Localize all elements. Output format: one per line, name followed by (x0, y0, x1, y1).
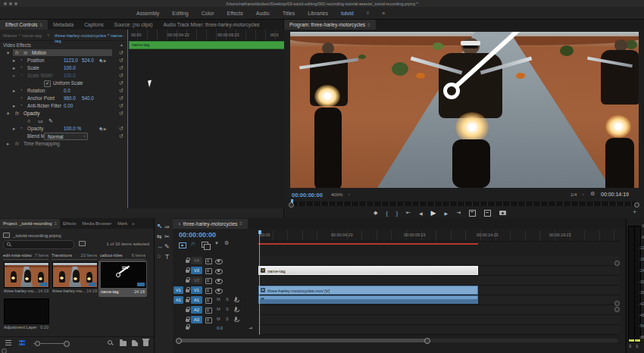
track-output-eye-icon[interactable] (215, 259, 223, 264)
disclosure-icon[interactable]: ▾ (7, 111, 9, 116)
track-target-v1[interactable]: V1 (191, 286, 202, 294)
tab-project[interactable]: Project: _tutvid-recording ≡ (0, 219, 60, 229)
solo-right-button[interactable]: S (636, 344, 638, 348)
clip-video[interactable]: fx three-harley-motorcycles.mov [V] (258, 286, 478, 295)
sync-lock-icon[interactable] (205, 308, 212, 314)
scroll-up-icon[interactable]: ▲ (120, 42, 123, 47)
workspace-tab-titles[interactable]: Titles (283, 11, 295, 16)
linked-selection-icon[interactable] (202, 242, 208, 248)
rotation-value[interactable]: 0.0 (64, 88, 70, 93)
mark-out-button[interactable]: } (396, 211, 398, 216)
anchor-y-value[interactable]: 540.0 (82, 95, 94, 101)
disclosure-icon[interactable]: ▾ (7, 50, 9, 55)
scale-width-row[interactable]: ▸ ◔ Scale Width 100.0 ↺ (0, 72, 127, 80)
lock-icon[interactable] (186, 280, 189, 283)
lock-icon[interactable] (186, 260, 189, 263)
reset-icon[interactable]: ↺ (119, 80, 123, 86)
track-select-forward-tool[interactable]: ⇒ (164, 223, 170, 230)
tab-sequence[interactable]: × three-harley-motorcycles ≡ (173, 219, 248, 229)
track-target-a1[interactable]: A1 (191, 296, 202, 304)
voiceover-mic-icon[interactable] (235, 297, 237, 301)
tab-mark[interactable]: Mark (114, 219, 130, 229)
scale-row[interactable]: ▸ ◔ Scale 100.0 ↺ (0, 64, 127, 72)
solo-button[interactable]: S (226, 307, 229, 311)
sync-lock-icon[interactable] (205, 258, 212, 264)
blend-mode-select[interactable]: Normal ∨ (44, 133, 88, 140)
voiceover-mic-icon[interactable] (235, 317, 237, 320)
solo-button[interactable]: S (226, 297, 229, 301)
scroll-handle[interactable] (424, 338, 430, 344)
project-item[interactable]: Adjustment Layer 0:20 (3, 298, 48, 332)
anchor-x-value[interactable]: 960.0 (64, 95, 76, 101)
reset-icon[interactable]: ↺ (119, 95, 123, 102)
pen-mask-icon[interactable]: ✎ (48, 118, 53, 124)
timeline-lanes[interactable]: 00:00 00:00:04:23 00:00:09:23 00:00:14:2… (258, 230, 620, 336)
ec-clip-bar[interactable]: name-tag (129, 41, 285, 49)
stopwatch-icon[interactable]: ◔ (20, 103, 23, 108)
source-patch-a1[interactable]: A1 (174, 296, 183, 304)
track-target-a2[interactable]: A2 (191, 306, 202, 314)
bin-group-header[interactable]: callout-titles 6 Items (100, 253, 145, 260)
source-patch-v1[interactable]: V1 (174, 286, 183, 294)
bin-group-header[interactable]: Transitions 23 Items (52, 253, 97, 260)
solo-button[interactable]: S (226, 317, 229, 321)
position-y-value[interactable]: 524.0 (82, 58, 94, 63)
slip-tool[interactable]: ↔ (157, 243, 163, 250)
project-breadcrumb[interactable]: _tutvid-recording.prproj (3, 231, 61, 239)
mute-button[interactable]: M (217, 307, 220, 311)
tab-metadata[interactable]: Metadata (48, 20, 79, 30)
scroll-handle[interactable] (614, 301, 620, 306)
snap-magnet-icon[interactable]: ∩ (191, 240, 195, 247)
find-button[interactable] (108, 340, 114, 346)
program-scrubber[interactable] (290, 201, 638, 206)
button-editor-plus[interactable]: + (633, 208, 636, 216)
new-item-button[interactable] (132, 340, 138, 346)
disclosure-icon[interactable]: ▸ (13, 126, 15, 131)
next-keyframe-icon[interactable]: ▶ (104, 127, 108, 131)
sync-lock-icon[interactable] (205, 288, 212, 294)
type-tool[interactable]: T (165, 253, 169, 261)
clear-button[interactable] (143, 340, 148, 346)
opacity-row[interactable]: ▸ ◔ Opacity 100.0 % ◀◆▶ ↺ (0, 125, 127, 133)
clip-name-tag[interactable]: fx name-tag (258, 266, 478, 275)
sync-lock-icon[interactable] (205, 298, 212, 304)
project-item[interactable]: three-harley-mo... 14:19 (3, 262, 48, 295)
add-marker-icon[interactable]: ▼ (214, 241, 219, 245)
panel-menu-icon[interactable]: ≡ (239, 221, 242, 226)
reset-icon[interactable]: ↺ (119, 133, 123, 139)
slider-handle[interactable] (35, 341, 40, 346)
reset-icon[interactable]: ↺ (119, 58, 123, 64)
tab-program[interactable]: Program: three-harley-motorcycles ≡ (284, 20, 376, 30)
track-target-v3[interactable]: V3 (191, 267, 202, 274)
workspace-tab-audio[interactable]: Audio (256, 11, 270, 16)
program-zoom-select[interactable]: 400% (331, 192, 342, 197)
reset-icon[interactable]: ↺ (119, 126, 123, 132)
tab-audio-track-mixer[interactable]: Audio Track Mixer: three-harley-motorcyc… (158, 20, 264, 30)
scrubber-handle[interactable] (634, 202, 639, 208)
position-row[interactable]: ▸ ◔ Position 1123.0 524.0 ◀◆▶ ↺ (0, 57, 127, 64)
workspace-tab-editing[interactable]: Editing (172, 11, 188, 16)
play-button[interactable]: ▶ (431, 209, 436, 217)
step-back-button[interactable]: ◀ (419, 211, 423, 216)
track-target-v4[interactable]: V4 (191, 257, 202, 264)
track-output-eye-icon[interactable] (215, 289, 223, 294)
close-icon[interactable]: × (178, 221, 181, 226)
go-to-in-button[interactable]: ⇤ (406, 210, 411, 216)
track-output-eye-icon[interactable] (215, 279, 223, 284)
opacity-value[interactable]: 100.0 % (64, 126, 81, 131)
sync-lock-icon[interactable] (205, 317, 212, 323)
anti-flicker-row[interactable]: ▸ ◔ Anti-flicker Filter 0.00 ↺ (0, 102, 127, 110)
disclosure-icon[interactable]: ▸ (13, 65, 15, 70)
timeline-ruler[interactable]: 00:00 00:00:04:23 00:00:09:23 00:00:14:2… (258, 230, 620, 242)
reset-icon[interactable]: ↺ (119, 50, 123, 56)
project-item[interactable]: three-harley-mo... 14:19 (52, 262, 97, 295)
nest-toggle-icon[interactable] (179, 242, 186, 248)
rotation-row[interactable]: ▸ ◔ Rotation 0.0 ↺ (0, 87, 127, 95)
workspace-menu-icon[interactable]: ≡ (367, 11, 370, 15)
workspace-tab-color[interactable]: Color (202, 11, 214, 16)
position-x-value[interactable]: 1123.0 (64, 58, 78, 63)
tab-source[interactable]: Source: (no clips) (109, 20, 158, 30)
razor-tool[interactable]: ✂ (164, 233, 170, 240)
disclosure-icon[interactable]: ▸ (13, 103, 15, 108)
ellipse-mask-icon[interactable]: ○ (27, 118, 30, 123)
